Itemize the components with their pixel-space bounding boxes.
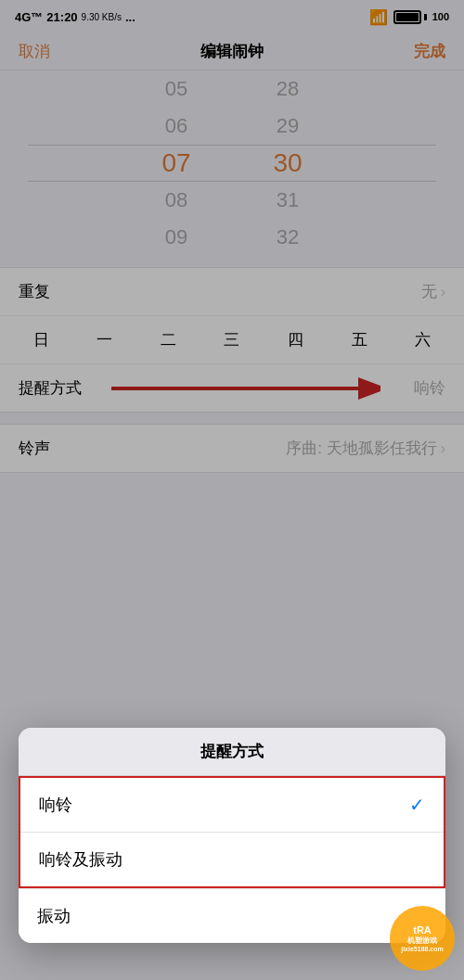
modal-title: 提醒方式 bbox=[19, 728, 445, 776]
modal-option-vibrate[interactable]: 振动 bbox=[19, 888, 445, 943]
watermark-line1: tRA bbox=[413, 924, 432, 935]
modal-option-ring-vibrate-label: 响铃及振动 bbox=[39, 848, 122, 871]
modal-option-ring[interactable]: 响铃 ✓ bbox=[20, 778, 444, 833]
watermark-line3: jixie5188.com bbox=[401, 946, 444, 952]
modal-card: 提醒方式 响铃 ✓ 响铃及振动 振动 bbox=[19, 728, 445, 943]
watermark: tRA 机塑游戏 jixie5188.com bbox=[390, 906, 455, 971]
checkmark-icon: ✓ bbox=[409, 794, 425, 816]
modal-overlay[interactable]: 提醒方式 响铃 ✓ 响铃及振动 振动 bbox=[0, 0, 464, 980]
modal-option-ring-label: 响铃 bbox=[39, 794, 72, 816]
watermark-line2: 机塑游戏 bbox=[407, 935, 437, 946]
modal-option-vibrate-label: 振动 bbox=[37, 905, 71, 927]
modal-option-ring-vibrate[interactable]: 响铃及振动 bbox=[20, 833, 444, 886]
modal-options-group: 响铃 ✓ 响铃及振动 bbox=[19, 776, 445, 888]
